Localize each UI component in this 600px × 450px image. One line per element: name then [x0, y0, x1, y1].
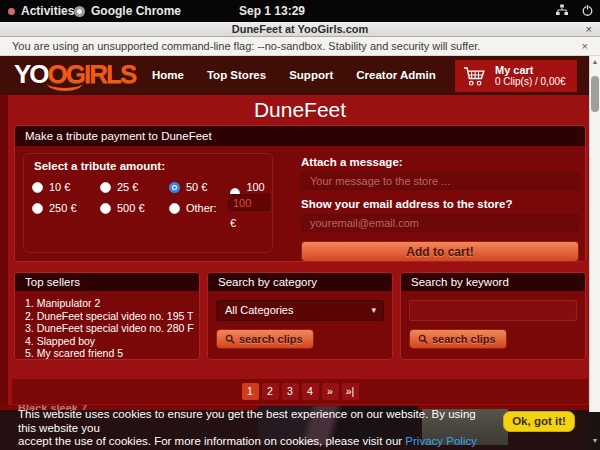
- pagination: 1 2 3 4 » »|: [12, 379, 588, 404]
- radio-10[interactable]: [32, 182, 43, 193]
- amount-options-box: Select a tribute amount: 10 € 25 € 50 € …: [23, 153, 273, 253]
- my-cart-button[interactable]: My cart 0 Clip(s) / 0,00€: [455, 60, 577, 92]
- keyword-input[interactable]: [409, 300, 577, 321]
- notification-dot-icon: [8, 8, 15, 15]
- search-icon: [418, 334, 428, 344]
- nav-top-stores[interactable]: Top Stores: [207, 69, 266, 81]
- category-selected-value: All Categories: [225, 304, 293, 316]
- page-button-last[interactable]: »|: [342, 383, 359, 400]
- bottom-content-zone: Black sleek 7 This website uses cookies …: [0, 405, 600, 450]
- logo-letter: Y: [14, 59, 29, 89]
- amount-option-50[interactable]: 50 €: [169, 181, 207, 193]
- search-clips-by-keyword-button[interactable]: search clips: [409, 329, 507, 349]
- amount-label: Select a tribute amount:: [34, 160, 165, 172]
- other-amount-input[interactable]: [228, 194, 270, 211]
- nav-home[interactable]: Home: [152, 69, 184, 81]
- search-clips-by-category-button[interactable]: search clips: [216, 329, 314, 349]
- site-logo[interactable]: YOOGIRLS: [14, 60, 135, 88]
- radio-50-checked[interactable]: [169, 182, 180, 193]
- chevron-down-icon: ▾: [371, 301, 376, 320]
- cart-summary: 0 Clip(s) / 0,00€: [495, 76, 566, 88]
- top-seller-item[interactable]: My scared friend 5: [25, 347, 199, 360]
- window-titlebar[interactable]: DuneFeet at YooGirls.com ×: [0, 22, 600, 37]
- flag-warning-text: You are using an unsupported command-lin…: [12, 40, 480, 52]
- page-button-3[interactable]: 3: [282, 383, 299, 400]
- radio-500[interactable]: [100, 203, 111, 214]
- nav-creator-admin[interactable]: Creator Admin: [356, 69, 435, 81]
- top-seller-item[interactable]: DuneFeet special video no. 280 F: [25, 322, 199, 335]
- search-category-header: Search by category: [208, 273, 392, 291]
- search-keyword-header: Search by keyword: [401, 273, 585, 291]
- page-button-4[interactable]: 4: [302, 383, 319, 400]
- top-seller-item[interactable]: Manipulator 2: [25, 297, 199, 310]
- top-sellers-list: Manipulator 2 DuneFeet special video no.…: [15, 291, 199, 360]
- window-close-icon[interactable]: ×: [586, 22, 592, 36]
- logo-letter: O: [29, 59, 47, 89]
- radio-250[interactable]: [32, 203, 43, 214]
- cookie-text-line2: accept the use of cookies. For more info…: [18, 435, 405, 447]
- search-clips-label: search clips: [432, 333, 496, 345]
- amount-option-10[interactable]: 10 €: [32, 181, 70, 193]
- amount-option-other[interactable]: Other:: [169, 202, 217, 214]
- amount-option-label: 50 €: [186, 181, 207, 193]
- page-button-1[interactable]: 1: [242, 383, 259, 400]
- tribute-panel: Make a tribute payment to DuneFeet Selec…: [14, 125, 586, 262]
- amount-option-25[interactable]: 25 €: [100, 181, 138, 193]
- scrollbar-thumb[interactable]: [591, 76, 599, 112]
- amount-option-label: 250 €: [49, 202, 77, 214]
- flag-warning-bar: You are using an unsupported command-lin…: [0, 37, 600, 56]
- currency-label: €: [230, 217, 236, 229]
- radio-other[interactable]: [169, 203, 180, 214]
- cart-title: My cart: [495, 64, 566, 76]
- top-sellers-panel: Top sellers Manipulator 2 DuneFeet speci…: [14, 272, 200, 360]
- privacy-policy-link[interactable]: Privacy Policy: [405, 435, 477, 447]
- cookie-accept-button[interactable]: Ok, got it!: [503, 411, 575, 432]
- amount-option-label: 25 €: [117, 181, 138, 193]
- message-label: Attach a message:: [301, 156, 579, 168]
- add-to-cart-button[interactable]: Add to cart!: [301, 241, 579, 262]
- page-title: DuneFeet: [0, 98, 600, 122]
- page-button-next[interactable]: »: [322, 383, 339, 400]
- top-seller-item[interactable]: Slapped boy: [25, 335, 199, 348]
- main-nav: Home Top Stores Support Creator Admin: [152, 69, 436, 81]
- focused-app-label: Google Chrome: [91, 4, 181, 18]
- activities-button[interactable]: Activities: [21, 4, 74, 18]
- amount-option-label: Other:: [186, 202, 217, 214]
- email-label: Show your email address to the store?: [301, 198, 579, 210]
- tribute-panel-header: Make a tribute payment to DuneFeet: [15, 126, 585, 146]
- page-content: DuneFeet Make a tribute payment to DuneF…: [0, 95, 600, 450]
- scrollbar-bottom-track: [589, 412, 600, 450]
- category-dropdown[interactable]: All Categories ▾: [216, 300, 384, 321]
- top-sellers-header: Top sellers: [15, 273, 199, 291]
- chrome-icon: [74, 6, 85, 17]
- power-icon[interactable]: [581, 4, 594, 17]
- search-clips-label: search clips: [239, 333, 303, 345]
- email-input[interactable]: [301, 214, 579, 232]
- clock[interactable]: Sep 1 13:29: [239, 4, 305, 18]
- gnome-top-bar: Activities Google Chrome Sep 1 13:29: [0, 0, 600, 22]
- amount-option-250[interactable]: 250 €: [32, 202, 77, 214]
- browser-scrollbar[interactable]: ▲ ▼: [589, 56, 600, 450]
- cookie-consent-text: This website uses cookies to ensure you …: [18, 408, 488, 449]
- network-tree-icon[interactable]: [555, 3, 569, 17]
- page-left-margin: [0, 95, 8, 450]
- search-icon: [225, 334, 235, 344]
- cookie-text-line1: This website uses cookies to ensure you …: [18, 408, 476, 434]
- search-category-panel: Search by category All Categories ▾ sear…: [207, 272, 393, 360]
- amount-option-label: 500 €: [117, 202, 145, 214]
- message-input[interactable]: [301, 172, 579, 190]
- radio-25[interactable]: [100, 182, 111, 193]
- site-header: YOOGIRLS Home Top Stores Support Creator…: [0, 56, 600, 95]
- focused-app-menu[interactable]: Google Chrome: [74, 4, 181, 18]
- scrollbar-up-arrow[interactable]: ▲: [590, 58, 600, 65]
- nav-support[interactable]: Support: [289, 69, 333, 81]
- amount-option-500[interactable]: 500 €: [100, 202, 145, 214]
- scrollbar-down-arrow[interactable]: ▼: [590, 437, 600, 444]
- amount-option-label: 10 €: [49, 181, 70, 193]
- search-keyword-panel: Search by keyword search clips: [400, 272, 586, 360]
- flag-warning-close-icon[interactable]: ×: [582, 37, 588, 55]
- top-seller-item[interactable]: DuneFeet special video no. 195 T: [25, 310, 199, 323]
- logo-smile-arc: [47, 83, 83, 91]
- window-title: DuneFeet at YooGirls.com: [232, 23, 369, 35]
- page-button-2[interactable]: 2: [262, 383, 279, 400]
